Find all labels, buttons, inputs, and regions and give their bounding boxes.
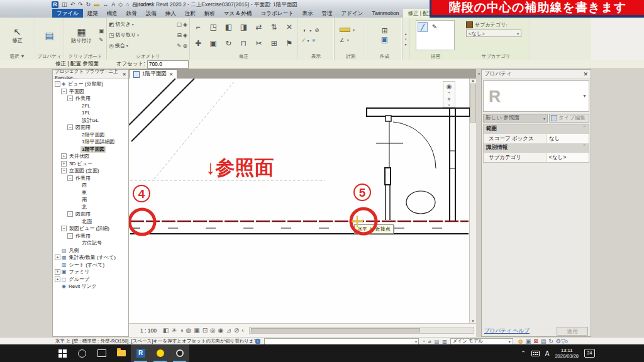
design-option-select[interactable]: ▾ — [264, 338, 419, 345]
line-icon[interactable]: ╱ — [418, 22, 428, 32]
tree-expander-icon[interactable]: − — [67, 124, 73, 130]
chevron-down-icon[interactable]: ▾ — [137, 33, 139, 37]
join-label[interactable]: 接合 — [115, 42, 125, 49]
tree-expander-icon[interactable]: + — [61, 153, 67, 159]
close-icon[interactable]: ✕ — [583, 71, 588, 77]
settings-icon[interactable]: ⚙ — [556, 338, 561, 344]
ribbon-tab-挿入[interactable]: 挿入 — [161, 9, 180, 18]
tree-item[interactable]: ▥シート (すべて) — [53, 261, 128, 269]
chevron-down-icon[interactable]: ▾ — [132, 22, 134, 26]
apply-button[interactable]: 適用 — [557, 327, 588, 336]
task-view-button[interactable] — [92, 344, 111, 362]
scrollbar-thumb[interactable] — [470, 84, 476, 123]
editable-only-icon[interactable]: ◔ — [422, 339, 425, 344]
design-options-dialog-icon[interactable]: ▥ — [442, 339, 447, 344]
rotate-icon[interactable]: ↻ — [223, 35, 234, 52]
view-scale[interactable]: 1 : 100 — [140, 327, 157, 334]
reveal-constraints-icon[interactable]: ⊘ — [234, 327, 239, 334]
crop-view-icon[interactable]: ▣ — [194, 327, 199, 334]
document-tab[interactable]: 1階平面図 ✕ — [129, 69, 177, 79]
tree-item[interactable]: −図面用 — [53, 211, 128, 218]
worksets-dialog-icon[interactable]: ▤ — [435, 339, 440, 344]
temporary-hide-isolate-icon[interactable]: ◎ — [210, 327, 216, 334]
linework-dropdown-icon[interactable]: ▾ — [307, 38, 309, 43]
property-value[interactable]: なし — [547, 134, 589, 143]
hide-dropdown-icon[interactable]: ▾ — [309, 28, 311, 33]
measure-dropdown-icon[interactable]: ▾ — [353, 28, 355, 32]
tree-expander-icon[interactable]: + — [55, 277, 60, 282]
steering-wheel-icon[interactable]: ◉ — [444, 82, 454, 91]
unhide-icon[interactable]: ⊘ — [314, 27, 319, 33]
properties-help-link[interactable]: プロパティ ヘルプ — [484, 327, 530, 335]
pan-zoom-icon[interactable]: ⌖ — [444, 94, 454, 104]
geometry-extra-icon[interactable]: ✎ — [177, 43, 182, 49]
offset-input[interactable] — [147, 60, 189, 69]
visual-style-icon[interactable]: ◧ — [163, 327, 169, 334]
tree-item[interactable]: ◉Revit リンク — [53, 283, 128, 290]
tree-expander-icon[interactable]: + — [61, 161, 67, 167]
notification-center-button[interactable]: 24 — [584, 349, 595, 358]
exclude-options-icon[interactable]: ↻ — [548, 338, 553, 344]
scrollbar-thumb[interactable] — [251, 328, 420, 332]
ribbon-tab-解析[interactable]: 解析 — [200, 9, 219, 18]
create-group-icon[interactable]: ⊞ — [381, 28, 387, 34]
file-explorer-button[interactable] — [111, 344, 131, 362]
revit-taskbar-button[interactable]: R — [131, 344, 150, 362]
tree-item[interactable]: −作業用 — [53, 233, 128, 240]
element-selector[interactable]: 新しい 参照面 ▾ — [483, 114, 548, 123]
mirror-pick-icon[interactable]: ◧ — [223, 19, 234, 35]
tree-expander-icon[interactable]: + — [55, 255, 60, 260]
properties-button[interactable]: ▤ — [35, 18, 64, 53]
override-graphics-icon[interactable]: ≡ — [312, 37, 315, 43]
dimension-dropdown-icon[interactable]: ▾ — [347, 38, 349, 42]
cut-geometry-label[interactable]: 切り取り — [116, 31, 136, 38]
tree-item[interactable]: 北 — [53, 204, 128, 211]
array-icon[interactable]: ⊞ — [269, 35, 280, 52]
tree-item[interactable]: −図面用 — [53, 124, 128, 131]
horizontal-scrollbar[interactable] — [249, 327, 474, 334]
cortana-button[interactable] — [72, 344, 92, 362]
dimension-icon[interactable]: ∠ — [340, 37, 345, 43]
obs-taskbar-button[interactable] — [170, 344, 189, 362]
tree-item[interactable]: 2階平面図 — [53, 131, 128, 139]
tree-item[interactable]: +▦集計表/数量 (すべて) — [53, 254, 128, 261]
worksets-icon[interactable]: ◍ — [518, 338, 523, 344]
tree-item[interactable]: 2FL — [53, 102, 128, 110]
move-icon[interactable]: ✚ — [192, 35, 204, 52]
chevron-down-icon[interactable]: ▾ — [126, 43, 128, 48]
project-browser-header[interactable]: プロジェクト ブラウザ - 二上Exercise... ✕ — [53, 70, 128, 79]
show-crop-region-icon[interactable]: ⊡ — [203, 327, 208, 334]
pin-icon[interactable]: ⚑ — [284, 35, 295, 52]
tree-item[interactable]: −作業用 — [53, 95, 128, 102]
properties-header[interactable]: プロパティ ✕ — [482, 70, 591, 79]
ribbon-tab-設備[interactable]: 設備 — [142, 9, 161, 18]
reveal-hidden-elements-icon[interactable]: ◉ — [218, 327, 224, 334]
tree-item[interactable]: +▢グループ — [53, 276, 128, 283]
geometry-extra-icon[interactable]: ◈ — [183, 32, 187, 38]
tree-item[interactable]: 方位記号 — [53, 239, 128, 247]
property-section-header[interactable]: 識別情報⌃ — [484, 143, 589, 152]
panel-collapse-strip[interactable]: ◂ — [476, 69, 481, 337]
ribbon-tab-鉄骨[interactable]: 鉄骨 — [122, 9, 142, 18]
tree-expander-icon[interactable]: + — [55, 269, 60, 275]
active-workset-select[interactable]: メイン モデル ▾ — [450, 338, 513, 345]
trim-icon[interactable]: ⊓ — [238, 35, 249, 52]
geometry-extra-icon[interactable]: ◈ — [183, 21, 187, 28]
zoom-dropdown-icon[interactable]: ▾ — [448, 104, 450, 107]
exclude-options-icon[interactable]: ø — [428, 339, 431, 344]
tree-expander-icon[interactable]: − — [61, 89, 67, 94]
measure-icon[interactable] — [340, 28, 350, 32]
section-collapse-icon[interactable]: ⌃ — [582, 125, 586, 133]
ribbon-tab-ファイル[interactable]: ファイル — [52, 9, 83, 18]
show-rendering-icon[interactable]: ◍ — [186, 327, 191, 334]
cut-icon[interactable]: ◳ — [208, 19, 219, 35]
pick-lines-icon[interactable]: ✎ — [430, 22, 440, 32]
section-collapse-icon[interactable]: ⌃ — [582, 144, 586, 151]
cope-icon[interactable]: ⌐ — [192, 19, 204, 35]
ribbon-tab-建築[interactable]: 建築 — [83, 9, 103, 18]
tree-item[interactable]: ▤凡例 — [53, 247, 128, 255]
property-value[interactable]: <なし> — [547, 153, 589, 162]
tree-item[interactable]: 北面 — [53, 218, 128, 226]
links-icon[interactable]: ⊠ — [533, 338, 538, 344]
tree-item[interactable]: 南 — [53, 196, 128, 204]
